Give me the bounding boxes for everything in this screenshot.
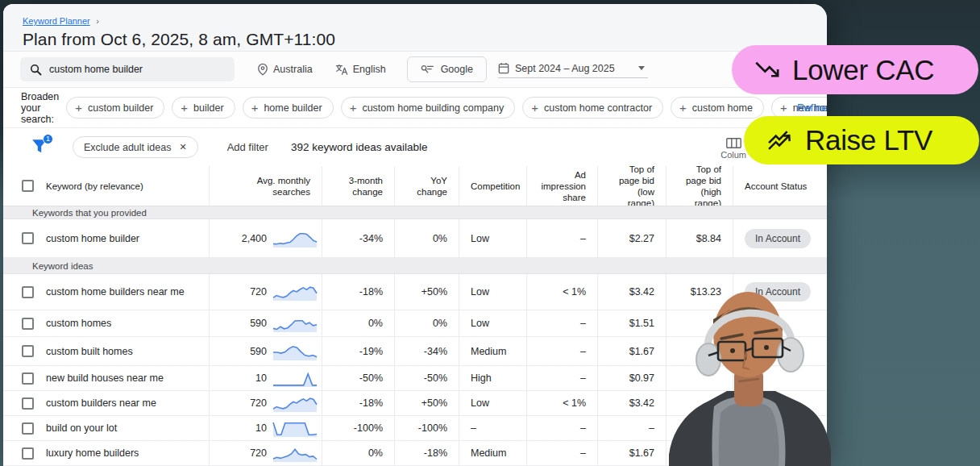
plus-icon: +	[350, 102, 357, 114]
broaden-chip-label: custom builder	[88, 102, 153, 114]
active-filter-chip[interactable]: Exclude adult ideas ✕	[73, 136, 198, 158]
add-filter-button[interactable]: Add filter	[227, 141, 268, 153]
broaden-chip[interactable]: +custom home	[671, 97, 764, 119]
cell-avg-searches: 720	[210, 441, 322, 465]
cell-ad-impression-share: –	[527, 441, 598, 465]
cell-bid-low: $1.67	[598, 441, 666, 465]
trend-up-double-icon	[766, 129, 793, 152]
cell-select	[3, 416, 39, 440]
row-checkbox[interactable]	[22, 318, 34, 330]
table-section-label: Keyword ideas	[3, 258, 827, 274]
network-value: Google	[441, 64, 473, 75]
webcam-presenter-overlay	[664, 284, 835, 466]
plus-icon: +	[531, 102, 538, 114]
header-cell-3-month-change[interactable]: 3-month change	[322, 166, 395, 206]
avg-value: 590	[250, 346, 267, 357]
cell-select	[3, 274, 39, 310]
cell-avg-searches: 720	[210, 274, 322, 310]
language-value: English	[353, 64, 386, 75]
broaden-chip[interactable]: +home builder	[243, 97, 334, 119]
row-checkbox[interactable]	[22, 422, 34, 435]
broaden-chip[interactable]: +custom home building company	[341, 97, 516, 119]
cell-3-month-change: -34%	[322, 219, 395, 257]
broaden-chip[interactable]: +builder	[172, 97, 235, 119]
broaden-chips: +custom builder+builder+home builder+cus…	[66, 97, 827, 119]
header-cell-avg-searches[interactable]: Avg. monthly searches	[210, 166, 322, 206]
calendar-icon	[498, 62, 509, 74]
page: { "colors": { "background": "#4c6970", "…	[0, 0, 980, 466]
avg-value: 2,400	[242, 233, 267, 244]
lower-cac-badge: Lower CAC	[732, 45, 978, 94]
filter-button[interactable]: 1	[31, 138, 50, 157]
language-selector[interactable]: English	[335, 64, 386, 76]
table-section-label: Keywords that you provided	[3, 206, 827, 219]
select-all-checkbox[interactable]	[22, 180, 34, 192]
cell-yoy-change: 0%	[395, 219, 459, 257]
search-icon	[30, 64, 42, 76]
cell-select	[3, 337, 39, 365]
header-cell-ad-impression-share[interactable]: Ad impression share	[527, 166, 598, 206]
cell-competition: Medium	[459, 337, 527, 365]
presenter-portrait	[664, 284, 835, 466]
table-header-row: Keyword (by relevance) Avg. monthly sear…	[3, 166, 827, 206]
cell-bid-low: $3.42	[598, 391, 666, 415]
cell-ad-impression-share: –	[527, 337, 598, 365]
cell-3-month-change: -18%	[322, 391, 395, 415]
columns-button[interactable]: Colum	[720, 138, 746, 160]
cell-bid-low: $1.51	[598, 310, 666, 336]
header-cell-keyword[interactable]: Keyword (by relevance)	[39, 166, 210, 206]
trend-down-arrow-icon	[754, 59, 780, 81]
broaden-chip[interactable]: +custom home contractor	[522, 97, 663, 119]
location-pin-icon	[257, 63, 268, 76]
row-checkbox[interactable]	[22, 286, 34, 298]
header-cell-yoy-change[interactable]: YoY change	[395, 166, 459, 206]
broaden-chip-label: home builder	[264, 102, 322, 114]
avg-value: 720	[250, 447, 267, 459]
header-cell-bid-high[interactable]: Top of page bid (high range)	[666, 166, 733, 206]
breadcrumb: Keyword Planner ›	[23, 13, 827, 27]
cell-yoy-change: 0%	[395, 310, 459, 336]
search-network-icon	[421, 64, 434, 75]
search-trend-sparkline	[272, 282, 318, 302]
search-trend-sparkline	[272, 342, 318, 361]
row-checkbox[interactable]	[22, 232, 34, 244]
broaden-chip-label: custom home	[692, 102, 753, 114]
row-checkbox[interactable]	[22, 345, 34, 357]
cell-3-month-change: -100%	[322, 416, 395, 440]
keyword-search-input[interactable]: custom home builder	[20, 57, 235, 81]
breadcrumb-link-keyword-planner[interactable]: Keyword Planner	[23, 16, 90, 26]
date-range-selector[interactable]: Sept 2024 – Aug 2025	[498, 60, 648, 78]
cell-select	[3, 219, 39, 257]
cell-ad-impression-share: < 1%	[527, 391, 598, 415]
plus-icon: +	[75, 102, 82, 114]
header-cell-competition[interactable]: Competition	[459, 166, 527, 206]
header-cell-account-status[interactable]: Account Status	[733, 166, 827, 206]
cell-keyword: custom built homes	[39, 337, 210, 365]
row-checkbox[interactable]	[22, 372, 34, 385]
page-title: Plan from Oct 6, 2025, 8 am, GMT+11:00	[23, 30, 827, 49]
row-checkbox[interactable]	[22, 397, 34, 410]
remove-filter-icon[interactable]: ✕	[179, 142, 186, 152]
cell-bid-low: $1.67	[598, 337, 666, 365]
cell-3-month-change: -18%	[322, 274, 395, 310]
row-checkbox[interactable]	[22, 447, 34, 460]
cell-keyword: new build houses near me	[39, 366, 210, 390]
broaden-chip-label: custom home contractor	[544, 102, 652, 114]
cell-ad-impression-share: –	[527, 366, 598, 390]
avg-value: 590	[250, 318, 267, 329]
broaden-chip[interactable]: +custom builder	[66, 97, 164, 119]
cell-ad-impression-share: –	[527, 310, 598, 336]
cell-competition: High	[459, 366, 527, 390]
cell-3-month-change: -50%	[322, 366, 395, 390]
cell-competition: –	[459, 416, 527, 440]
header-cell-bid-low[interactable]: Top of page bid (low range)	[598, 166, 666, 206]
refine-keywords-link[interactable]: Refine k	[797, 102, 827, 114]
cell-yoy-change: -100%	[395, 416, 459, 440]
cell-bid-low: $2.27	[598, 219, 666, 257]
cell-avg-searches: 590	[210, 310, 322, 336]
cell-avg-searches: 2,400	[210, 219, 322, 257]
cell-select	[3, 310, 39, 336]
location-selector[interactable]: Australia	[257, 63, 313, 76]
network-selector[interactable]: Google	[407, 56, 487, 82]
raise-ltv-badge: Raise LTV	[744, 116, 979, 164]
